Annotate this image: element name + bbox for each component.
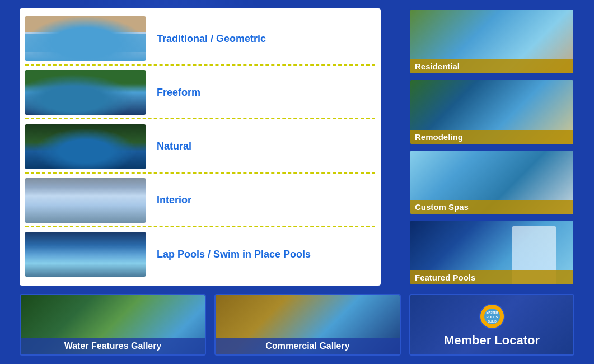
menu-label-interior: Interior [146,194,191,206]
gallery-custom-spas[interactable]: Custom Spas [409,150,574,216]
left-panel-wrapper: Traditional / Geometric Freeform Natural… [20,8,381,286]
gallery-featured-pools[interactable]: Featured Pools [409,220,574,286]
svg-text:MASTER: MASTER [486,311,498,314]
thumb-lap [25,232,146,277]
menu-label-traditional: Traditional / Geometric [146,33,266,45]
right-panel-wrapper: Residential Remodeling Custom Spas Featu… [409,8,574,286]
gallery-label-remodeling: Remodeling [410,130,573,144]
menu-label-freeform: Freeform [146,87,200,99]
gallery-label-residential: Residential [410,59,573,73]
menu-label-natural: Natural [146,141,191,152]
member-label-text: Member Locator [444,333,540,348]
gallery-label-custom-spas: Custom Spas [410,200,573,214]
gallery-residential[interactable]: Residential [409,8,574,74]
menu-item-freeform[interactable]: Freeform [25,68,375,119]
bottom-commercial[interactable]: Commercial Gallery [214,294,401,356]
member-content: MASTER POOLS GUILD Member Locator [410,295,573,354]
thumb-natural [25,124,146,169]
gallery-label-featured-pools: Featured Pools [410,270,573,284]
bottom-member-locator[interactable]: MASTER POOLS GUILD Member Locator [409,294,574,356]
menu-item-lap[interactable]: Lap Pools / Swim in Place Pools [25,230,375,280]
menu-item-interior[interactable]: Interior [25,176,375,227]
master-pools-logo: MASTER POOLS GUILD [478,302,506,330]
gallery-remodeling[interactable]: Remodeling [409,79,574,145]
bottom-water-features[interactable]: Water Features Gallery [20,294,206,356]
menu-item-natural[interactable]: Natural [25,122,375,174]
svg-text:POOLS: POOLS [486,315,498,319]
main-menu-panel: Traditional / Geometric Freeform Natural… [20,8,381,286]
svg-text:GUILD: GUILD [488,320,497,323]
thumb-interior [25,178,146,223]
menu-item-traditional[interactable]: Traditional / Geometric [25,14,375,66]
thumb-freeform [25,70,146,115]
bottom-label-commercial: Commercial Gallery [216,338,400,354]
thumb-traditional [25,16,146,61]
bottom-section: Water Features Gallery Commercial Galler… [20,294,574,356]
menu-label-lap: Lap Pools / Swim in Place Pools [146,249,311,260]
bottom-label-water-features: Water Features Gallery [21,338,205,354]
